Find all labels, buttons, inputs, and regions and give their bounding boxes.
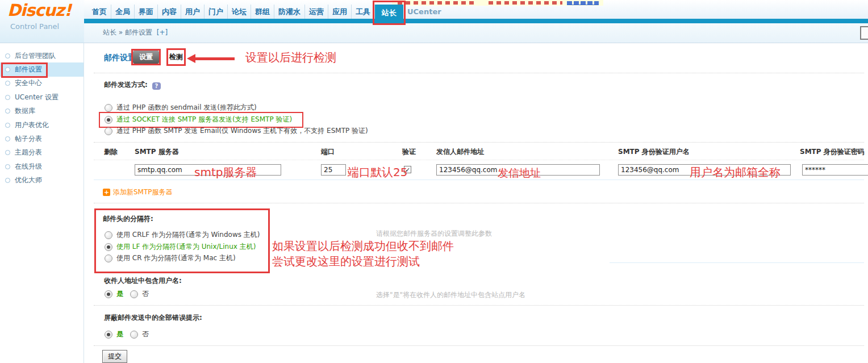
sidebar-item-security-center[interactable]: 安全中心 — [0, 77, 84, 90]
arrow-shaft — [195, 57, 235, 60]
nav-tab-antispam[interactable]: 防灌水 — [274, 5, 305, 19]
arrow-head-icon — [187, 54, 195, 63]
submit-button[interactable]: 提交 — [102, 350, 127, 363]
suppress-errors-no: 否 — [130, 329, 149, 339]
annotation-box-admin-tab — [373, 1, 406, 25]
include-username-no: 否 — [130, 289, 149, 299]
column-header-delete: 删除 — [104, 147, 118, 157]
include-username-hint: 选择"是"将在收件人的邮件地址中包含站点用户名 — [376, 290, 525, 300]
bullet-icon — [5, 95, 10, 100]
nav-tab-group[interactable]: 群组 — [251, 5, 274, 19]
radio-suppress-errors-no[interactable] — [130, 331, 138, 339]
send-method-label-text: 邮件发送方式: — [104, 81, 148, 89]
sidebar-item-label: 优化大师 — [15, 176, 42, 185]
sidebar-item-label: 用户表优化 — [15, 120, 49, 130]
breadcrumb-bar — [84, 23, 868, 43]
annotation-box-mail-settings — [1, 62, 48, 78]
bullet-icon — [5, 123, 10, 128]
nav-tab-ucenter[interactable]: UCenter — [403, 5, 445, 19]
breadcrumb-expand-toggle[interactable]: [+] — [157, 28, 168, 36]
radio-sep-cr[interactable] — [105, 254, 112, 262]
nav-tab-interface[interactable]: 界面 — [135, 5, 158, 19]
radio-include-username-no[interactable] — [130, 290, 138, 298]
section-divider — [94, 305, 864, 306]
annotation-box-settings-tab: 设置 — [131, 49, 161, 65]
section-divider — [94, 345, 864, 346]
sidebar-item-label: 在线升级 — [15, 162, 42, 172]
send-method-option-sendmail: 通过 PHP 函数的 sendmail 发送(推荐此方式) — [105, 103, 257, 112]
separator-label: 邮件头的分隔符: — [103, 214, 153, 224]
sidebar-item-label: UCenter 设置 — [15, 93, 59, 102]
option-label: 使用 CR 作为分隔符(通常为 Mac 主机) — [116, 253, 236, 263]
radio-include-username-yes[interactable] — [105, 290, 112, 298]
nav-tabs: 首页 全局 界面 内容 用户 门户 论坛 群组 防灌水 运营 应用 工具 站长 … — [88, 5, 445, 23]
bullet-icon — [5, 109, 10, 114]
sidebar-item-user-table-optimize[interactable]: 用户表优化 — [0, 118, 84, 132]
clipped-notice-text-fragment — [489, 1, 562, 5]
radio-send-socket-smtp[interactable] — [105, 116, 112, 124]
sidebar-item-database[interactable]: 数据库 — [0, 105, 84, 118]
sidebar-item-label: 安全中心 — [15, 78, 42, 88]
option-label: 通过 PHP 函数的 sendmail 发送(推荐此方式) — [116, 103, 257, 112]
column-header-sender: 发信人邮件地址 — [436, 147, 484, 157]
corner-input-box[interactable] — [860, 26, 868, 40]
nav-tab-home[interactable]: 首页 — [88, 5, 111, 19]
sidebar-item-optimize-master[interactable]: 优化大师 — [0, 174, 84, 187]
discuz-admin-page: Discuz! Control Panel 首页 全局 界面 内容 用户 门户 … — [0, 0, 868, 363]
radio-send-php-smtp[interactable] — [105, 127, 112, 135]
send-method-label: 邮件发送方式:? — [104, 80, 161, 90]
bullet-icon — [5, 150, 10, 155]
annotation-box-socket-option — [99, 112, 303, 128]
send-method-option-php-smtp: 通过 PHP 函数 SMTP 发送 Email(仅 Windows 主机下有效，… — [105, 126, 368, 136]
sidebar-item-post-split[interactable]: 帖子分表 — [0, 132, 84, 145]
nav-tab-users[interactable]: 用户 — [181, 5, 205, 19]
add-smtp-server-link[interactable]: + 添加新SMTP服务器 — [103, 187, 173, 197]
sidebar-item-ucenter-settings[interactable]: UCenter 设置 — [0, 90, 84, 104]
sidebar-item-online-upgrade[interactable]: 在线升级 — [0, 160, 84, 173]
settings-tab-button[interactable]: 设置 — [133, 51, 159, 64]
nav-tab-operation[interactable]: 运营 — [305, 5, 328, 19]
radio-send-sendmail[interactable] — [105, 104, 112, 112]
table-row-divider — [94, 180, 864, 180]
nav-tab-portal[interactable]: 门户 — [205, 5, 228, 19]
sidebar-item-label: 帖子分表 — [15, 134, 42, 144]
column-header-password: SMTP 身份验证密码 — [800, 147, 865, 157]
header-divider — [0, 43, 868, 43]
column-header-port: 端口 — [321, 147, 335, 157]
option-label: 使用 LF 作为分隔符(通常为 Unix/Linux 主机) — [116, 242, 256, 252]
breadcrumb-page: 邮件设置 — [125, 28, 152, 36]
smtp-port-input[interactable] — [321, 164, 346, 176]
smtp-password-input[interactable] — [802, 164, 868, 176]
radio-suppress-errors-yes[interactable] — [105, 331, 112, 339]
logo-panel: Discuz! Control Panel — [0, 0, 84, 43]
radio-sep-lf[interactable] — [105, 243, 112, 251]
nav-tab-admin[interactable]: 站长 — [375, 5, 403, 23]
option-label: 是 — [116, 289, 123, 299]
nav-tab-global[interactable]: 全局 — [111, 5, 135, 19]
annotation-separator-note-line2: 尝试更改这里的设置进行测试 — [272, 254, 420, 269]
radio-sep-crlf[interactable] — [105, 231, 112, 239]
sidebar-item-thread-split[interactable]: 主题分表 — [0, 146, 84, 160]
plus-icon: + — [103, 189, 110, 196]
sidebar-item-mail-settings[interactable]: 邮件设置 — [0, 62, 84, 76]
sidebar-item-admin-team[interactable]: 后台管理团队 — [0, 49, 84, 62]
option-label: 否 — [142, 329, 149, 339]
help-icon[interactable]: ? — [152, 82, 161, 90]
annotation-tabs-note: 设置以后进行检测 — [245, 50, 336, 65]
separator-option-cr: 使用 CR 作为分隔符(通常为 Mac 主机) — [105, 253, 236, 263]
bullet-icon — [5, 81, 10, 86]
nav-tab-content[interactable]: 内容 — [158, 5, 181, 19]
separator-hint: 请根据您邮件服务器的设置调整此参数 — [376, 229, 492, 239]
detect-tab-button[interactable]: 检测 — [168, 50, 184, 64]
bullet-icon — [5, 53, 10, 59]
column-header-auth: 验证 — [402, 147, 416, 157]
field-divider — [610, 262, 864, 263]
suppress-errors-yes: 是 — [105, 329, 123, 339]
nav-tab-apps[interactable]: 应用 — [328, 5, 352, 19]
annotation-separator-note-line1: 如果设置以后检测成功但收不到邮件 — [272, 239, 454, 254]
nav-tab-tools[interactable]: 工具 — [352, 5, 375, 19]
suppress-errors-label: 屏蔽邮件发送中的全部错误提示: — [104, 313, 202, 323]
include-username-label: 收件人地址中包含用户名: — [104, 276, 182, 286]
nav-tab-forum[interactable]: 论坛 — [228, 5, 251, 19]
option-label: 否 — [142, 289, 149, 299]
